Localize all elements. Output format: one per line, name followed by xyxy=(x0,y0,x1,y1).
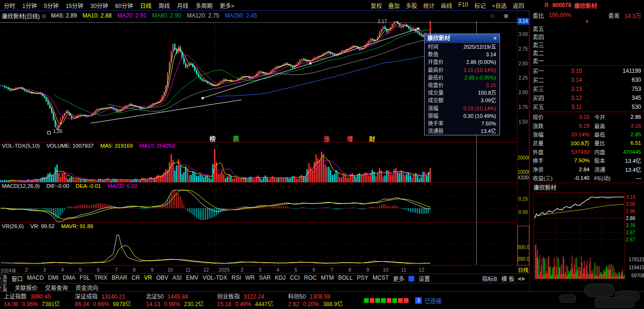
toolbar-tool-button[interactable]: +自选 xyxy=(492,1,507,9)
header-window-icons[interactable]: ◇ ▣ xyxy=(490,13,517,19)
extension-tab-a[interactable]: 扩展A xyxy=(0,283,7,291)
period-tab[interactable]: 周线 xyxy=(158,1,170,9)
axis-period-label[interactable]: 日线 xyxy=(517,266,529,274)
compass-icon[interactable]: ◎ xyxy=(42,13,46,19)
macd-chart[interactable] xyxy=(0,189,517,222)
indicator-button[interactable]: MACD xyxy=(27,274,44,283)
indicator-button[interactable]: SAR xyxy=(259,274,271,283)
indicator-button[interactable]: BOLL xyxy=(338,274,353,283)
indicator-button[interactable]: FSL xyxy=(80,274,90,283)
x-axis-tick: 11 xyxy=(186,267,191,273)
event-marker-die[interactable]: 跌 xyxy=(233,134,239,143)
mini-intraday-chart[interactable]: 3.153.052.962.862.762.672.57 17912311941… xyxy=(530,192,644,279)
period-tab[interactable]: 更多> xyxy=(220,1,235,9)
index-ticker[interactable]: 上证指数 3890.45 14.08 0.36% 7381亿 xyxy=(0,293,71,308)
indicator-button[interactable]: OBV xyxy=(156,274,168,283)
index-ticker[interactable]: 北证50 1445.84 14.13 0.99% 230.2亿 xyxy=(142,293,213,308)
heat-block xyxy=(375,298,380,303)
indicator-button[interactable]: ROC xyxy=(304,274,317,283)
index-tickers: 上证指数 3890.45 14.08 0.36% 7381亿 深证成指 1314… xyxy=(0,293,355,308)
indicator-button[interactable]: CCI xyxy=(290,274,300,283)
toolbar-tool-button[interactable]: 复权 xyxy=(371,1,382,9)
indicator-button[interactable]: EMV xyxy=(186,274,198,283)
connection-count-badge[interactable]: 3 xyxy=(415,297,422,304)
intraday-canvas[interactable] xyxy=(534,192,625,279)
event-marker-zhang[interactable]: 涨 xyxy=(324,134,330,143)
indicator-button[interactable]: 窗口 xyxy=(11,274,23,283)
vr-chart[interactable] xyxy=(0,230,517,265)
index-ticker[interactable]: 科创50 1308.59 2.62 0.20% 388.9亿 xyxy=(284,293,355,308)
period-tab[interactable]: 多周期 xyxy=(196,1,213,9)
event-marker-cai[interactable]: 财 xyxy=(369,134,375,143)
indicator-button[interactable]: ASI xyxy=(172,274,181,283)
toolbar-tool-button[interactable]: 画线 xyxy=(441,1,452,9)
indicator-button[interactable]: KDJ xyxy=(275,274,286,283)
layout-icon[interactable] xyxy=(408,276,414,282)
kline-info-popup[interactable]: 康欣新材 × 时间 2025/12/19/五 数值 3.14 开盘价 2.86 … xyxy=(424,34,500,135)
indicator-button[interactable]: 更多 xyxy=(393,274,404,283)
period-tab[interactable]: 30分钟 xyxy=(91,1,108,9)
period-tab[interactable]: 5分钟 xyxy=(44,1,59,9)
mini-chart-stock-name[interactable]: 康欣新材 xyxy=(530,184,644,192)
indicator-button[interactable]: VOL-TDX xyxy=(202,274,227,283)
toolbar-tool-button[interactable]: 返回 xyxy=(513,1,524,9)
period-tab[interactable]: 60分钟 xyxy=(115,1,133,9)
indicator-button[interactable]: DMI xyxy=(48,274,58,283)
ask-row[interactable]: 卖二 xyxy=(530,49,644,57)
toolbar-tool-button[interactable]: 标记 xyxy=(474,1,486,9)
heat-block xyxy=(392,298,397,303)
volume-chart[interactable] xyxy=(0,149,517,182)
indicator-right-button[interactable]: 指标B xyxy=(482,274,497,283)
close-icon[interactable]: × xyxy=(493,34,497,43)
expand-chevron-icon[interactable]: ▾ xyxy=(530,20,644,25)
ask-row[interactable]: 卖三 xyxy=(530,41,644,49)
indicator-tab-a[interactable]: 指标A xyxy=(0,274,7,283)
indicator-button[interactable]: BRAR xyxy=(111,274,127,283)
period-tab[interactable]: 分时 xyxy=(4,1,15,9)
indicator-button[interactable]: PSY xyxy=(357,274,368,283)
price-axis-column: 3.14 3.002.752.502.252.001.751.50 200001… xyxy=(517,10,529,274)
period-tab[interactable]: 1分钟 xyxy=(22,1,37,9)
indicator-button[interactable]: WR xyxy=(245,274,254,283)
bid-row[interactable]: 买三 3.13 753 xyxy=(530,84,644,93)
bid-row[interactable]: 买一 3.15 141199 xyxy=(530,66,644,75)
toolbar-tool-button[interactable]: 叠加 xyxy=(388,1,399,9)
period-tab[interactable]: 月线 xyxy=(177,1,189,9)
heat-block xyxy=(370,298,374,303)
extension-button[interactable]: 关联报价 xyxy=(15,283,37,291)
period-tab[interactable]: 15分钟 xyxy=(65,1,83,9)
x-axis-tick: 12 xyxy=(203,267,209,273)
index-ticker[interactable]: 创业板指 3122.24 15.18 0.49% 4447亿 xyxy=(213,293,284,308)
bid-row[interactable]: 买二 3.14 630 xyxy=(530,75,644,84)
event-marker-zeng[interactable]: 增 xyxy=(347,134,353,143)
index-ticker[interactable]: 深证成指 13140.21 86.24 0.66% 9878亿 xyxy=(71,293,142,308)
bid-row[interactable]: 买四 3.12 345 xyxy=(530,93,644,102)
ask-row[interactable]: 卖五 xyxy=(530,25,644,33)
settings-button[interactable]: 设置 xyxy=(418,274,430,283)
toolbar-tool-button[interactable]: F10 xyxy=(458,1,468,9)
indicator-button[interactable]: VR xyxy=(144,274,152,283)
ask-row[interactable]: 卖一 xyxy=(530,57,644,65)
price-axis-label: 3.00 xyxy=(517,27,529,42)
mini-price-label: 2.96 xyxy=(626,208,644,215)
indicator-button[interactable]: MTM xyxy=(321,274,334,283)
extension-button[interactable]: 交易查询 xyxy=(45,283,68,291)
price-axis-label: 2.75 xyxy=(517,42,529,57)
event-marker-bang[interactable]: 榜 xyxy=(209,134,216,143)
ask-row[interactable]: 卖四 xyxy=(530,33,644,41)
period-tab[interactable]: 日线 xyxy=(140,1,151,9)
indicator-button[interactable]: DMA xyxy=(63,274,75,283)
extension-button[interactable]: 资金流向 xyxy=(75,283,98,291)
toolbar-tool-button[interactable]: 多股 xyxy=(406,1,417,9)
indicator-right-button[interactable]: 模 板 xyxy=(501,274,514,283)
stock-code: 600076 xyxy=(553,2,571,9)
popup-title-bar[interactable]: 康欣新材 × xyxy=(425,34,499,43)
indicator-button[interactable]: MCST xyxy=(372,274,389,283)
indicator-button[interactable]: TRIX xyxy=(94,274,107,283)
bid-row[interactable]: 买五 3.11 530 xyxy=(530,102,644,111)
toolbar-tool-button[interactable]: 统计 xyxy=(423,1,435,9)
indicator-button[interactable]: RSI xyxy=(231,274,241,283)
scroll-arrows-icon[interactable]: ◀▶ xyxy=(517,276,526,281)
indicator-button[interactable]: CR xyxy=(132,274,140,283)
volume-axis-label: 20000 xyxy=(517,151,529,165)
